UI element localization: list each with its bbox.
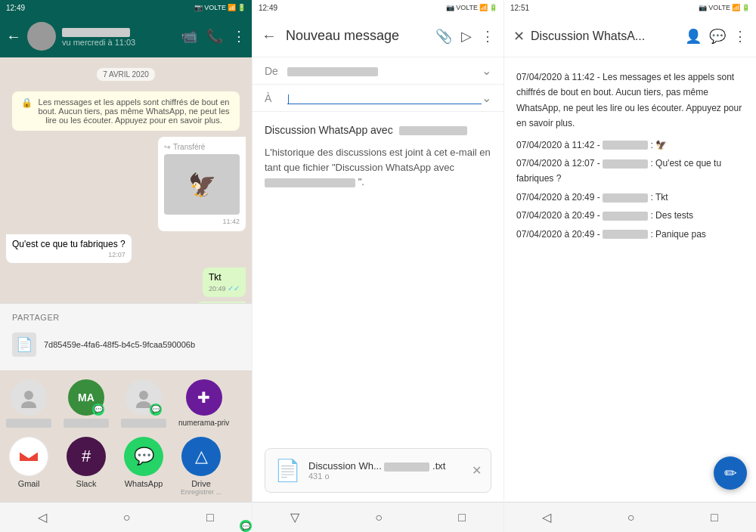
last-seen: vu mercredi à 11:03 — [62, 38, 175, 47]
share-app-slack[interactable]: # Slack — [64, 437, 109, 496]
from-field: De ⌄ — [253, 57, 503, 85]
file-item[interactable]: 📄 7d85459e-4fa6-48f5-b4c5-9fcaa590006b — [12, 328, 240, 361]
contact-avatar-3: 💬 — [125, 379, 162, 416]
from-label: De — [265, 65, 287, 77]
nav-bar-1: ◁ ○ □ — [0, 502, 252, 532]
from-value — [287, 65, 482, 77]
edit-fab-button[interactable]: ✏ — [714, 456, 747, 490]
share-app-whatsapp[interactable]: 💬 WhatsApp — [121, 437, 166, 496]
nav-bar-2: ▽ ○ □ — [253, 502, 503, 532]
svg-point-2 — [139, 391, 148, 400]
avatar[interactable] — [27, 22, 56, 51]
header-info: vu mercredi à 11:03 — [62, 26, 175, 47]
share-contact-2[interactable]: MA 💬 — [64, 379, 109, 428]
camera-icon-3: 📷 — [699, 4, 707, 11]
home-nav-button-2[interactable]: ○ — [369, 505, 389, 530]
chat-log-text: 07/04/2020 à 11:42 - Les messages et les… — [516, 70, 744, 242]
read-ticks-1: ✓✓ — [228, 284, 240, 292]
share-app-gmail[interactable]: Gmail — [6, 437, 51, 496]
chat-log: 07/04/2020 à 11:42 - Les messages et les… — [504, 57, 756, 502]
export-more-icon[interactable]: ⋮ — [733, 28, 747, 45]
compose-more-icon[interactable]: ⋮ — [481, 28, 494, 45]
contact-name-blur — [62, 28, 130, 37]
share-contact-4[interactable]: ✚ numerama-priv — [178, 379, 229, 428]
msg-time-sent-1: 20:49 ✓✓ — [209, 284, 240, 292]
system-message[interactable]: 🔒 Les messages et les appels sont chiffr… — [12, 91, 240, 131]
compose-subject: Discussion WhatsApp avec — [265, 124, 491, 136]
back-button[interactable]: ← — [6, 28, 21, 45]
battery-icon-2: 🔋 — [489, 4, 497, 11]
export-close-button[interactable]: ✕ — [513, 28, 525, 45]
attach-remove-button[interactable]: ✕ — [472, 463, 482, 478]
file-icon: 📄 — [12, 332, 36, 357]
contact-name-3 — [121, 419, 166, 428]
camera-icon: 📷 — [194, 4, 203, 11]
signal-icon-2: 📶 — [479, 4, 488, 11]
edit-icon: ✏ — [724, 464, 737, 482]
compose-back-button[interactable]: ← — [262, 27, 277, 45]
gmail-label: Gmail — [18, 479, 40, 488]
add-contact-icon[interactable]: 👤 — [685, 28, 702, 45]
back-nav-button-2[interactable]: ▽ — [284, 504, 305, 530]
back-nav-button[interactable]: ◁ — [32, 504, 53, 530]
slack-icon: # — [67, 437, 106, 476]
back-nav-button-3[interactable]: ◁ — [536, 504, 557, 530]
status-bar-2: 12:49 📷 VOLTE 📶 🔋 — [253, 0, 503, 15]
status-icons-1: 📷 VOLTE 📶 🔋 — [194, 4, 246, 11]
status-icons-3: 📷 VOLTE 📶 🔋 — [699, 4, 750, 11]
message-sent-1: Tkt 20:49 ✓✓ — [203, 268, 246, 297]
status-icons-2: 📷 VOLTE 📶 🔋 — [446, 4, 497, 11]
gmail-icon — [9, 437, 48, 476]
contact-name-4: numerama-priv — [178, 419, 229, 427]
recents-nav-button[interactable]: □ — [200, 505, 220, 530]
to-arrow-icon[interactable]: ⌄ — [482, 91, 491, 105]
msg-time-received: 12:07 — [12, 251, 125, 258]
body-blur — [265, 178, 355, 187]
chat-header: ← vu mercredi à 11:03 📹 📞 ⋮ — [0, 15, 252, 57]
share-panel: PARTAGER 📄 7d85459e-4fa6-48f5-b4c5-9fcaa… — [0, 303, 252, 370]
compose-body-text: L'historique des discussions est joint à… — [265, 145, 491, 190]
status-bar-3: 12:51 📷 VOLTE 📶 🔋 — [504, 0, 756, 15]
attach-icon[interactable]: 📎 — [435, 28, 452, 45]
battery-icon-3: 🔋 — [742, 4, 750, 11]
transferred-message: ↪ Transféré 🦅 11:42 — [158, 137, 246, 231]
attach-info: Discussion Wh... .txt 431 o — [308, 460, 464, 481]
header-action-icons: 📹 📞 ⋮ — [181, 28, 246, 45]
recents-nav-button-2[interactable]: □ — [452, 505, 472, 530]
contact-avatar-4: ✚ — [186, 379, 222, 416]
file-name: 7d85459e-4fa6-48f5-b4c5-9fcaa590006b — [44, 340, 195, 349]
battery-icon: 🔋 — [237, 4, 246, 11]
time-3: 12:51 — [510, 4, 529, 12]
camera-icon-2: 📷 — [446, 4, 454, 11]
share-app-drive[interactable]: △ Drive Enregistrer ... — [178, 437, 224, 496]
volte-badge-3: VOLTE — [708, 4, 730, 11]
svg-point-3 — [136, 401, 151, 408]
panel-whatsapp-chat: 12:49 📷 VOLTE 📶 🔋 ← vu mercredi à 11:03 … — [0, 0, 252, 532]
compose-body: Discussion WhatsApp avec L'historique de… — [253, 112, 503, 439]
contact-name-1 — [6, 419, 51, 428]
export-header: ✕ Discussion WhatsA... 👤 💬 ⋮ — [504, 15, 756, 57]
chat-icon[interactable]: 💬 — [709, 28, 726, 45]
share-contact-1[interactable]: 💬 — [6, 379, 51, 428]
panel-chat-export: 12:51 📷 VOLTE 📶 🔋 ✕ Discussion WhatsA...… — [503, 0, 756, 532]
forward-icon: ↪ — [164, 143, 170, 151]
more-options-icon[interactable]: ⋮ — [232, 28, 246, 45]
home-nav-button[interactable]: ○ — [117, 505, 137, 530]
to-value[interactable]: | — [287, 91, 482, 104]
contact-avatar-2: MA 💬 — [68, 379, 104, 416]
export-title: Discussion WhatsA... — [531, 29, 679, 43]
chat-messages: 7 AVRIL 2020 🔒 Les messages et les appel… — [0, 57, 252, 303]
nav-bar-3: ◁ ○ □ — [504, 502, 756, 532]
voice-call-icon[interactable]: 📞 — [206, 28, 223, 45]
send-icon[interactable]: ▷ — [461, 28, 472, 45]
share-contact-3[interactable]: 💬 — [121, 379, 166, 428]
recents-nav-button-3[interactable]: □ — [705, 505, 724, 530]
to-field[interactable]: À | ⌄ — [253, 85, 503, 112]
from-arrow-icon[interactable]: ⌄ — [482, 63, 491, 78]
video-call-icon[interactable]: 📹 — [181, 28, 197, 45]
attachment-box: 📄 Discussion Wh... .txt 431 o ✕ — [265, 448, 491, 493]
compose-title: Nouveau message — [286, 28, 426, 44]
home-nav-button-3[interactable]: ○ — [621, 505, 641, 530]
drive-icon: △ — [181, 437, 221, 476]
volte-badge-2: VOLTE — [456, 4, 478, 11]
